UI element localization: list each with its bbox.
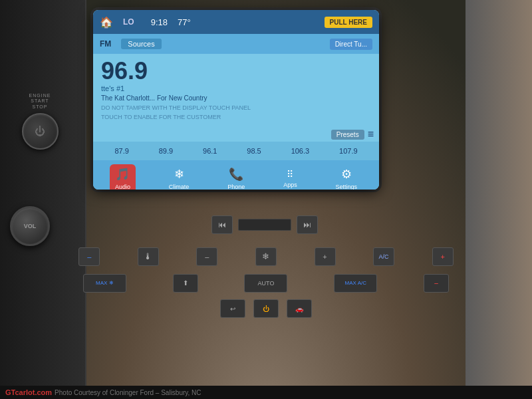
volume-knob[interactable]: VOL: [10, 206, 50, 246]
max-cool-button[interactable]: MAX ❄: [83, 274, 126, 293]
presets-menu-icon[interactable]: ≡: [368, 128, 374, 140]
home-icon[interactable]: 🏠: [100, 16, 113, 29]
next-track-icon: ⏭: [303, 220, 311, 229]
freq-96.1[interactable]: 96.1: [203, 147, 217, 155]
lo-indicator: LO: [123, 17, 134, 27]
max-ac-button[interactable]: MAX A/C: [334, 274, 377, 293]
freq-98.5[interactable]: 98.5: [247, 147, 261, 155]
bottom-watermark-bar: GTcarlot.com Photo Courtesy of Cloninger…: [0, 386, 532, 399]
fm-label: FM: [100, 39, 111, 49]
freq-87.9[interactable]: 87.9: [114, 147, 128, 155]
right-minus-button[interactable]: –: [424, 274, 449, 293]
next-track-button[interactable]: ⏭: [297, 215, 318, 234]
screen-main-content: 96.9 tte's #1 The Kat Charlott... For Ne…: [93, 54, 379, 127]
photo-credit: Photo Courtesy of Cloninger Ford – Salis…: [55, 389, 201, 396]
song-info: The Kat Charlott... For New Country DO N…: [101, 94, 371, 122]
seat-heat-button[interactable]: 🌡: [138, 247, 159, 266]
infotainment-screen: 🏠 LO 9:18 77° PULL HERE FM Sources Direc…: [93, 10, 379, 190]
presets-row: Presets ≡: [93, 127, 379, 142]
vol-label: VOL: [24, 223, 37, 229]
rear-defrost-button[interactable]: ⬆: [173, 274, 198, 293]
nav-climate-label: Climate: [169, 184, 190, 190]
screen-time: 9:18: [151, 17, 168, 27]
dash-left-panel: ENGINE START STOP ⏻: [0, 0, 86, 399]
fan-icon-button[interactable]: ❄: [255, 247, 277, 266]
brand-watermark: GTcarlot.com: [5, 388, 52, 396]
auto-button[interactable]: AUTO: [244, 274, 287, 293]
dash-right-panel: [466, 0, 532, 399]
apps-icon: ⠿: [287, 169, 294, 180]
power-button[interactable]: ⏻: [253, 299, 279, 318]
ac-button[interactable]: A/C: [373, 247, 394, 266]
fan-speed-down-button[interactable]: –: [196, 247, 217, 266]
freq-89.9[interactable]: 89.9: [159, 147, 173, 155]
prev-track-icon: ⏮: [218, 220, 226, 229]
nav-phone-label: Phone: [227, 184, 245, 190]
car-icon-button[interactable]: 🚗: [287, 299, 312, 318]
screen-bottom-nav: 🎵 Audio ❄ Climate 📞 Phone ⠿ Apps ⚙ Setti…: [93, 160, 379, 190]
prev-track-button[interactable]: ⏮: [211, 215, 233, 234]
last-row-buttons: ↩ ⏻ 🚗: [60, 298, 472, 319]
screen-temp: 77°: [178, 17, 191, 27]
media-controls-row: ⏮ ⏭: [57, 211, 472, 238]
temp-down-button[interactable]: –: [78, 247, 100, 266]
nav-apps[interactable]: ⠿ Apps: [278, 166, 303, 190]
temp-up-right-button[interactable]: +: [432, 247, 454, 266]
engine-start-stop-button[interactable]: ⏻: [22, 113, 59, 150]
settings-icon: ⚙: [341, 167, 352, 182]
engine-button-area: ENGINE START STOP ⏻: [10, 53, 70, 150]
eject-slot: [238, 219, 291, 231]
audio-icon: 🎵: [115, 167, 130, 182]
fan-speed-up-button[interactable]: +: [315, 247, 336, 266]
engine-label: ENGINE START STOP: [10, 93, 70, 110]
presets-button[interactable]: Presets: [331, 130, 364, 140]
nav-audio-label: Audio: [115, 184, 130, 190]
nav-climate[interactable]: ❄ Climate: [164, 164, 195, 190]
station-name: tte's #1: [101, 84, 371, 92]
back-button[interactable]: ↩: [220, 299, 245, 318]
phone-icon: 📞: [229, 167, 243, 182]
sources-button[interactable]: Sources: [121, 39, 161, 49]
climate-controls-row: – 🌡 – ❄ + A/C +: [60, 245, 472, 268]
nav-settings[interactable]: ⚙ Settings: [331, 164, 363, 190]
nav-apps-label: Apps: [283, 182, 297, 188]
freq-107.9[interactable]: 107.9: [339, 147, 358, 155]
nav-phone[interactable]: 📞 Phone: [222, 164, 250, 190]
frequency-selector-row: 87.9 89.9 96.1 98.5 106.3 107.9: [93, 142, 379, 160]
freq-106.3[interactable]: 106.3: [291, 147, 310, 155]
nav-settings-label: Settings: [336, 184, 358, 190]
climate-icon: ❄: [174, 167, 184, 182]
bottom-row-buttons: MAX ❄ ⬆ AUTO MAX A/C –: [60, 271, 472, 295]
screen-nav-bar: FM Sources Direct Tu...: [93, 34, 379, 54]
direct-tune-button[interactable]: Direct Tu...: [330, 39, 372, 50]
pull-here-label: PULL HERE: [325, 17, 373, 28]
nav-audio[interactable]: 🎵 Audio: [110, 164, 136, 190]
screen-header: 🏠 LO 9:18 77° PULL HERE: [93, 10, 379, 34]
frequency-display: 96.9: [101, 59, 371, 83]
